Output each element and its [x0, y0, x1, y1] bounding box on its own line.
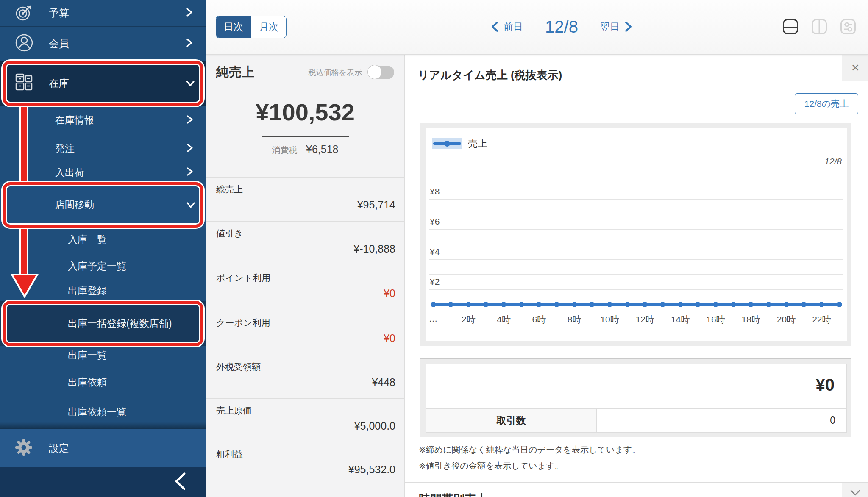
sidebar-item-stock-info[interactable]: 在庫情報 [0, 106, 206, 134]
sidebar-collapse-bar [0, 467, 206, 497]
gridline [429, 199, 843, 200]
chevron-right-icon [186, 143, 194, 154]
footnote: ※締めに関係なく純粋な当日のデータを表示しています。 [419, 444, 640, 455]
data-point [572, 302, 577, 307]
gridline [429, 184, 843, 184]
gridline [429, 274, 843, 275]
sidebar-item-settings[interactable]: 設定 [0, 429, 206, 467]
date-sales-button[interactable]: 12/8の売上 [795, 93, 858, 114]
prev-day-chevron-icon[interactable] [490, 20, 499, 33]
sidebar-item-outbound-list[interactable]: 出庫一覧 [0, 346, 206, 364]
member-icon [14, 33, 34, 54]
sidebar-item-inbound-list[interactable]: 入庫一覧 [0, 228, 206, 252]
split-vertical-icon[interactable] [811, 19, 827, 36]
sidebar-item-outbound-request-list[interactable]: 出庫依頼一覧 [0, 400, 206, 424]
stat-row-external-tax: 外税受領額 ¥448 [206, 355, 405, 398]
sidebar-item-store-transfer[interactable]: 店間移動 [0, 182, 206, 228]
transactions-label: 取引数 [426, 409, 597, 432]
next-section-collapse[interactable] [842, 483, 868, 497]
x-axis-label: 8時 [557, 314, 591, 325]
stat-label: 売上原価 [216, 405, 252, 416]
tax-label: 消費税 [272, 145, 298, 155]
divider [262, 136, 349, 137]
sidebar-item-shipping[interactable]: 入出荷 [0, 163, 206, 182]
data-point [625, 302, 630, 307]
tax-included-toggle[interactable] [368, 66, 394, 79]
data-point [519, 302, 524, 307]
total-amount: ¥0 [816, 375, 835, 394]
tax-toggle-label: 税込価格を表示 [309, 67, 362, 78]
next-day-button[interactable]: 翌日 [600, 20, 620, 33]
x-axis-label: 4時 [487, 314, 521, 325]
data-point [748, 302, 754, 307]
stat-label: 値引き [216, 228, 243, 239]
sidebar-item-budget[interactable]: 予算 [0, 0, 206, 26]
sidebar-item-ordering[interactable]: 発注 [0, 134, 206, 163]
gridline [429, 289, 843, 290]
net-sales-amount: ¥100,532 [206, 98, 405, 126]
sidebar-item-label: 入庫予定一覧 [68, 260, 126, 273]
sidebar-item-label: 発注 [55, 142, 75, 155]
x-axis-label: 16時 [698, 314, 732, 325]
stat-label: 総売上 [216, 183, 243, 195]
current-date[interactable]: 12/8 [545, 17, 578, 36]
sidebar-item-outbound-request[interactable]: 出庫依頼 [0, 364, 206, 400]
stat-row-discount: 値引き ¥-10,888 [206, 221, 405, 266]
data-point [801, 302, 807, 307]
chevron-down-icon [184, 79, 195, 88]
data-point [483, 302, 489, 307]
y-axis-label: ¥4 [430, 247, 440, 257]
split-horizontal-icon[interactable] [782, 19, 798, 36]
collapse-sidebar-icon[interactable] [172, 472, 188, 493]
next-section-title: 時間帯別売上 [419, 491, 487, 497]
next-day-chevron-icon[interactable] [624, 20, 633, 33]
data-point [536, 302, 542, 307]
sidebar-item-label: 出庫依頼 [68, 376, 107, 389]
tab-daily[interactable]: 日次 [216, 16, 251, 38]
sidebar-item-label: 設定 [49, 441, 69, 455]
toggle-knob [367, 65, 382, 79]
data-point [448, 302, 453, 307]
chart-date-annotation: 12/8 [824, 156, 842, 167]
data-point [660, 302, 665, 307]
chevron-right-icon [186, 115, 194, 126]
display-settings-icon[interactable] [840, 19, 856, 36]
gridline [429, 169, 843, 169]
stat-value: ¥0 [384, 332, 395, 344]
realtime-sales-panel: リアルタイム売上 (税抜表示) × 12/8の売上 売上 ¥8¥6¥4¥212/… [405, 54, 868, 497]
daily-total-inner: ¥0 取引数 0 [426, 364, 847, 433]
stat-row-partial [206, 483, 405, 497]
x-axis-label: … [416, 314, 450, 324]
x-axis-label: 2時 [451, 314, 485, 325]
chevron-right-icon [185, 7, 194, 19]
sidebar-item-label: 在庫 [49, 77, 69, 90]
sidebar-item-label: 入出荷 [55, 166, 84, 179]
tab-monthly[interactable]: 月次 [251, 16, 286, 38]
stat-row-gross-profit: 粗利益 ¥95,532.0 [206, 442, 405, 483]
chart-legend[interactable]: 売上 [432, 137, 487, 150]
data-point [837, 302, 842, 307]
sidebar-item-outbound-register[interactable]: 出庫登録 [0, 280, 206, 301]
tax-value: ¥6,518 [306, 143, 338, 155]
layout-controls [782, 19, 856, 36]
sidebar-item-outbound-bulk-register[interactable]: 出庫一括登録(複数店舗) [0, 301, 206, 346]
prev-day-button[interactable]: 前日 [504, 20, 523, 33]
transactions-value: 0 [597, 409, 846, 432]
x-axis-label: 6時 [522, 314, 556, 325]
chevron-right-icon [186, 167, 194, 178]
sidebar-item-label: 出庫依頼一覧 [68, 405, 126, 419]
x-axis-label: 20時 [769, 314, 803, 325]
sales-line [431, 303, 842, 306]
stat-label: クーポン利用 [216, 317, 270, 329]
sidebar-item-stock[interactable]: 在庫 [0, 61, 206, 106]
sidebar-item-label: 出庫一括登録(複数店舗) [68, 317, 172, 330]
sidebar-item-inbound-planned-list[interactable]: 入庫予定一覧 [0, 252, 206, 280]
stat-label: 粗利益 [216, 448, 243, 460]
x-axis-label: 14時 [663, 314, 697, 325]
y-axis-label: ¥6 [430, 217, 440, 227]
summary-header: 純売上 税込価格を表示 [216, 64, 394, 81]
stat-value: ¥-10,888 [353, 243, 395, 255]
stat-value: ¥5,000.0 [354, 420, 395, 432]
close-icon[interactable]: × [842, 55, 868, 81]
sidebar-item-members[interactable]: 会員 [0, 27, 206, 61]
